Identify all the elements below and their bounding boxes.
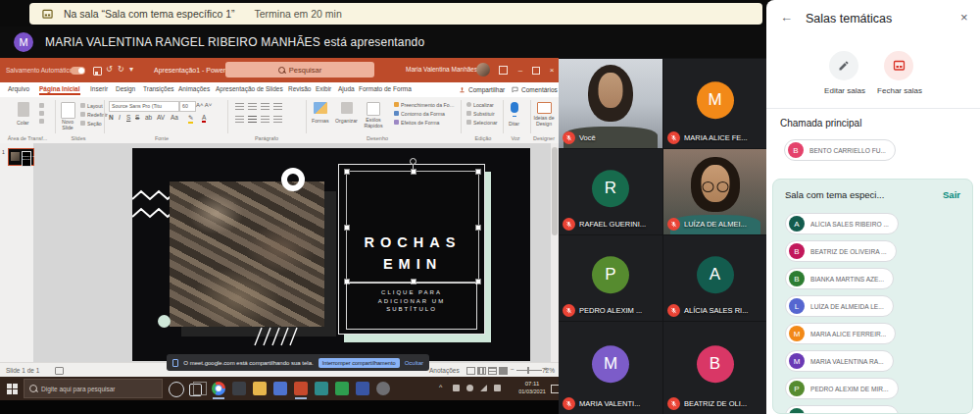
undo-icon[interactable]: ↺ [106,66,113,74]
zoom-out-button[interactable]: − [511,366,514,373]
ppt-search-box[interactable]: Pesquisar [225,62,374,78]
tray-network-icon[interactable] [480,385,487,391]
rotation-handle[interactable] [410,158,416,165]
find-label[interactable]: Localizar [473,102,494,108]
resize-handle[interactable] [475,169,481,175]
resize-handle[interactable] [344,225,350,231]
copy-icon[interactable] [39,111,44,116]
task-view-icon[interactable] [189,384,202,396]
account-avatar[interactable] [476,63,490,77]
font-color-button[interactable]: A [202,114,206,123]
language-icon[interactable] [55,367,64,375]
arrange-label[interactable]: Organizar [335,118,358,124]
video-tile-beatriz[interactable]: B BEATRIZ DE OLI... [663,322,766,414]
ribbon-display-options-icon[interactable] [494,58,512,82]
tab-ajuda[interactable]: Ajuda [338,85,355,92]
reading-view-icon[interactable] [488,367,497,375]
line-spacing-icon[interactable] [273,103,282,111]
design-ideas-label[interactable]: Ideias de Design [532,116,556,127]
highlight-color-button[interactable]: ✎ [188,114,193,124]
arrange-icon[interactable] [341,102,353,114]
title-block[interactable]: ROCHAS EMIN CLIQUE PARA ADICIONAR UM SUB… [338,164,485,335]
zoom-slider[interactable] [516,370,542,371]
tab-exibir[interactable]: Exibir [316,85,331,92]
tab-arquivo[interactable]: Arquivo [8,85,29,92]
shapes-icon[interactable] [314,102,327,114]
chrome-icon[interactable] [212,382,225,395]
tab-inserir[interactable]: Inserir [90,85,108,92]
autosave-toggle[interactable] [71,67,85,75]
video-tile-pedro[interactable]: P PEDRO ALEXIM ... [559,235,662,321]
tab-design[interactable]: Design [116,85,135,92]
shape-outline-label[interactable]: Contorno da Forma [401,111,456,117]
font-name-box[interactable]: Source Sans Pro (Titu [109,101,179,112]
grow-shrink-font-icons[interactable]: A˄ A˅ [196,102,212,108]
video-tile-maria-valentina[interactable]: M MARIA VALENTI... [559,322,662,414]
tab-pagina-inicial[interactable]: Página Inicial [39,85,80,92]
meet-icon[interactable] [335,382,349,395]
hide-toast-button[interactable]: Ocultar [405,360,423,366]
close-panel-icon[interactable]: × [960,10,968,25]
back-arrow-icon[interactable]: ← [780,10,793,25]
case-button[interactable]: AV [157,114,165,121]
subtitle-placeholder[interactable]: CLIQUE PARA ADICIONAR UM SUBTÍTULO [346,283,477,330]
start-button[interactable] [7,384,18,394]
shapes-label[interactable]: Formas [312,118,329,124]
numbering-icon[interactable] [248,103,257,111]
slide-sorter-view-icon[interactable] [477,367,486,375]
slide-canvas[interactable]: ROCHAS EMIN CLIQUE PARA ADICIONAR UM SUB… [132,148,530,361]
title-selection-box[interactable]: ROCHAS EMIN [346,171,479,283]
edit-rooms-button[interactable] [829,51,858,80]
resize-handle[interactable] [475,225,481,231]
teams-icon[interactable] [273,382,287,395]
powerpoint-icon[interactable] [294,382,308,395]
zoom-level[interactable]: 72% [542,367,555,374]
app-icon[interactable] [315,382,328,395]
align-left-icon[interactable] [235,116,244,124]
align-right-icon[interactable] [261,116,270,124]
bullets-icon[interactable] [235,103,244,111]
normal-view-icon[interactable] [466,367,475,375]
redo-icon[interactable]: ↻ [118,66,124,74]
quick-styles-label[interactable]: Estilos Rápidos [359,118,388,129]
tab-revisao[interactable]: Revisão [288,85,311,92]
format-painter-icon[interactable] [39,119,44,124]
new-slide-label[interactable]: Novo Slide [57,120,78,130]
taskbar-clock[interactable]: 07:11 01/03/2021 [514,380,551,395]
leave-room-button[interactable]: Sair [943,189,960,200]
tab-animacoes[interactable]: Animações [178,85,210,92]
file-explorer-icon[interactable] [253,382,267,395]
rock-photo[interactable] [170,181,324,327]
columns-icon[interactable] [273,116,282,124]
tab-apresentacao-de-slides[interactable]: Apresentação de Slides [216,85,283,92]
tray-chevron-icon[interactable]: ^ [439,384,442,390]
dictate-label[interactable]: Ditar [509,121,519,127]
slide-thumbnail[interactable]: ROCHASEMIN [8,148,34,166]
cortana-icon[interactable] [169,382,184,397]
video-tile-maria-alice[interactable]: M MARIA ALICE FE... [663,59,766,148]
app-icon[interactable] [376,382,390,395]
video-tile-voce[interactable]: Você [559,59,662,148]
notes-button[interactable]: Anotações [429,367,460,374]
resize-handle[interactable] [344,169,350,175]
tray-volume-icon[interactable] [466,385,473,391]
font-size-box[interactable]: 60 [179,101,196,112]
clear-format-button[interactable]: Aa [171,114,178,121]
close-rooms-button[interactable] [884,51,913,80]
align-center-icon[interactable] [248,116,257,124]
paste-label[interactable]: Colar [17,120,28,126]
indent-icon[interactable] [261,103,270,111]
cut-icon[interactable] [39,103,44,108]
section-label[interactable]: Seção [87,121,102,127]
video-tile-alicia[interactable]: A ALÍCIA SALES RI... [663,235,766,321]
slideshow-view-icon[interactable] [499,367,508,375]
share-button[interactable]: Compartilhar [459,84,505,95]
shape-effects-label[interactable]: Efeitos de Forma [401,120,456,126]
dictate-icon[interactable] [511,102,518,113]
video-tile-rafael[interactable]: R RAFAEL GUERINI... [559,149,662,234]
video-tile-luiza[interactable]: LUÍZA DE ALMEI... [663,149,766,234]
design-ideas-icon[interactable] [537,102,552,114]
comments-button[interactable]: Comentários [512,84,558,95]
taskbar-search-box[interactable]: Digite aqui para pesquisar [24,379,163,398]
select-label[interactable]: Selecionar [473,120,498,126]
